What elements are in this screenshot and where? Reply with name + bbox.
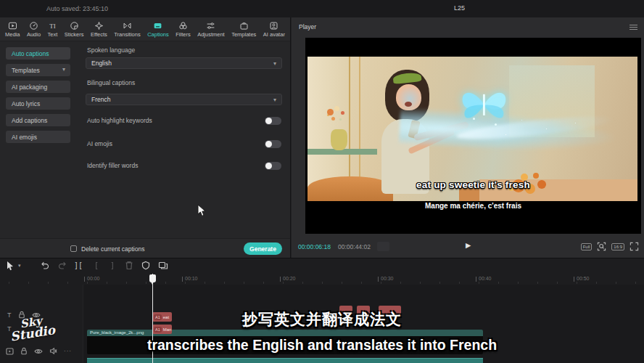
ai-emojis-label: AI emojis [87, 140, 112, 147]
player-title: Player [299, 23, 316, 30]
tab-stickers[interactable]: Stickers [65, 21, 84, 38]
autosave-status: Auto saved: 23:45:10 [46, 5, 108, 12]
overlay-subtitle-chinese: 抄写英文并翻译成法文 [0, 309, 644, 330]
split-clip-button[interactable]: ][ [74, 261, 83, 269]
delete-captions-checkbox[interactable] [70, 245, 77, 252]
timeline-toolbar: ▾ ][ [ ] [0, 258, 644, 274]
delete-clip-button[interactable] [125, 261, 133, 270]
aspect-ratio-button[interactable]: 16:9 [611, 243, 624, 250]
scene-vase-left [331, 129, 347, 151]
tab-label: Stickers [65, 31, 84, 38]
sidebar-item-label: Templates [12, 67, 40, 74]
chevron-down-icon: ▾ [273, 60, 276, 67]
adjustment-icon [206, 21, 215, 30]
undo-button[interactable] [40, 261, 49, 270]
ai-emojis-toggle[interactable] [265, 140, 281, 148]
tab-label: AI avatar [263, 31, 285, 38]
tab-adjustment[interactable]: Adjustment [197, 21, 225, 38]
spoken-language-value: English [91, 60, 112, 67]
sidebar-item-auto-lyrics[interactable]: Auto lyrics [6, 97, 70, 110]
sidebar-item-ai-packaging[interactable]: AI packaging [6, 81, 70, 93]
media-toolbar: Media Audio TI Text Stickers Effe [0, 17, 290, 41]
video-caption-french: Mange ma chérie, c'est frais [305, 202, 641, 210]
play-button[interactable]: ▶ [466, 241, 471, 249]
filters-icon [178, 21, 188, 30]
select-tool-chevron-icon[interactable]: ▾ [18, 263, 21, 269]
tab-label: Templates [231, 31, 256, 38]
timeline-ruler[interactable]: 00:00 00:10 00:20 00:30 00:40 00:50 [0, 274, 644, 285]
player-menu-icon[interactable] [629, 25, 637, 31]
sidebar-item-label: Add captions [12, 117, 47, 124]
tab-text[interactable]: TI Text [48, 21, 58, 38]
sidebar-item-label: Auto captions [12, 50, 49, 57]
tab-label: Media [5, 31, 20, 38]
delete-right-button[interactable]: ] [110, 261, 115, 269]
mask-button[interactable] [141, 261, 150, 270]
captions-icon [153, 21, 162, 30]
audio-clip[interactable] [87, 358, 483, 363]
filler-words-toggle[interactable] [265, 162, 281, 170]
focus-zoom-button[interactable] [597, 242, 606, 251]
spoken-language-label: Spoken language [87, 46, 135, 54]
tab-label: Filters [176, 31, 190, 38]
left-panel: Media Audio TI Text Stickers Effe [0, 17, 291, 258]
full-view-button[interactable]: Full [581, 243, 593, 250]
video-viewport[interactable]: eat up sweetie it's fresh Mange ma chéri… [305, 38, 641, 234]
tab-templates[interactable]: Templates [231, 21, 256, 38]
select-tool-button[interactable] [6, 261, 15, 271]
player-panel: Player [292, 17, 644, 258]
stickers-icon [70, 21, 79, 30]
tab-effects[interactable]: Effects [91, 21, 107, 38]
current-timecode: 00:00:06:18 [298, 243, 331, 250]
extract-frames-button[interactable] [158, 261, 168, 270]
mouse-cursor [197, 204, 207, 217]
chevron-down-icon: ▾ [62, 66, 65, 73]
transitions-icon [123, 21, 132, 30]
tab-label: Transitions [114, 31, 140, 38]
bilingual-captions-label: Bilingual captions [87, 79, 135, 86]
ruler-label: 00:50 [577, 276, 590, 281]
sidebar-item-add-captions[interactable]: Add captions [6, 114, 70, 126]
text-icon: TI [48, 21, 57, 30]
sidebar-item-auto-captions[interactable]: Auto captions [6, 47, 70, 60]
delete-left-button[interactable]: [ [94, 261, 99, 269]
tab-ai-avatar[interactable]: AI avatar [263, 21, 285, 38]
redo-button[interactable] [58, 261, 67, 270]
scene-butterfly [458, 78, 511, 122]
sidebar-item-label: AI emojis [12, 134, 37, 141]
tab-transitions[interactable]: Transitions [114, 21, 140, 38]
bilingual-language-select[interactable]: French ▾ [86, 94, 282, 105]
video-clip-label: Pure_black_image_2k...png [87, 330, 483, 336]
delete-captions-label: Delete current captions [81, 245, 144, 253]
chevron-down-icon: ▾ [273, 97, 276, 103]
auto-highlight-toggle[interactable] [265, 117, 281, 125]
ruler-label: 00:10 [185, 276, 198, 281]
tab-label: Effects [91, 31, 107, 38]
tab-media[interactable]: Media [5, 21, 20, 38]
total-timecode: 00:00:44:02 [338, 243, 371, 250]
tab-audio[interactable]: Audio [27, 21, 41, 38]
spoken-language-select[interactable]: English ▾ [86, 57, 282, 69]
sidebar-item-templates[interactable]: Templates ▾ [6, 64, 70, 76]
ai-emojis-row: AI emojis [87, 139, 281, 149]
timecode-dropdown[interactable] [377, 242, 389, 251]
fullscreen-button[interactable] [629, 242, 639, 251]
player-view-options: Full 16:9 [581, 242, 639, 251]
playhead-handle[interactable] [149, 274, 156, 282]
scene-flowers-left [327, 109, 334, 115]
tab-filters[interactable]: Filters [176, 21, 190, 38]
player-controls: 00:00:06:18 00:00:44:02 ▶ Full 16:9 [292, 236, 644, 258]
ai-avatar-icon [269, 21, 278, 30]
generate-button[interactable]: Generate [244, 242, 282, 255]
media-icon [8, 21, 17, 30]
tab-captions[interactable]: Captions [147, 21, 169, 38]
video-caption-english: eat up sweetie it's fresh [305, 179, 641, 190]
sidebar-item-ai-emojis[interactable]: AI emojis [6, 131, 70, 143]
bilingual-language-value: French [91, 96, 110, 103]
tab-label: Captions [147, 31, 169, 38]
templates-icon [239, 21, 249, 30]
tab-label: Adjustment [197, 31, 225, 38]
captions-sidebar: Auto captions Templates ▾ AI packaging A… [0, 41, 80, 238]
session-label: L25 [454, 4, 465, 12]
filler-words-label: Identify filler words [87, 162, 138, 169]
